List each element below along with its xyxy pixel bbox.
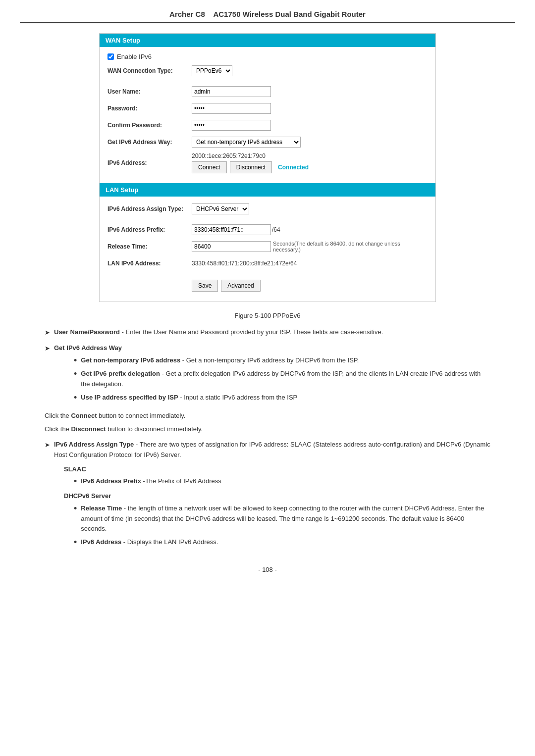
bullet3-content: Use IP address specified by ISP - Input … [81, 393, 297, 403]
dhcp-bullet1-content: Release Time - the length of time a netw… [81, 504, 490, 534]
slaac-bullet-bold: IPv6 Address Prefix [81, 477, 141, 485]
advanced-button[interactable]: Advanced [221, 280, 260, 292]
bullet-dot-2: • [74, 369, 77, 380]
bottom-btn-row: Save Advanced [107, 278, 428, 292]
para-get-ipv6-way: ➤ Get IPv6 Address Way • Get non-tempora… [45, 343, 490, 406]
wan-connection-type-label: WAN Connection Type: [107, 67, 192, 74]
lan-ipv6-address-row: LAN IPv6 Address: 3330:458:ff01:f71:200:… [107, 257, 428, 270]
ipv6-prefix-value: /64 [192, 224, 428, 235]
arrow-icon-3: ➤ [45, 440, 50, 451]
ipv6-assign-type-select[interactable]: DHCPv6 Server [192, 203, 249, 214]
connect-bold: Connect [71, 412, 97, 419]
confirm-password-value [192, 120, 428, 131]
lan-ipv6-address-value: 3330:458:ff01:f71:200:c8ff:fe21:472e/64 [192, 260, 428, 267]
password-value [192, 103, 428, 114]
ipv6-assign-type-row: IPv6 Address Assign Type: DHCPv6 Server [107, 202, 428, 215]
arrow-icon-1: ➤ [45, 328, 50, 338]
dhcp-bullet2-text: - Displays the LAN IPv6 Address. [121, 538, 218, 546]
wan-setup-body: Enable IPv6 WAN Connection Type: PPPoEv6… [100, 47, 435, 183]
user-name-value [192, 86, 428, 97]
disconnect-bold: Disconnect [71, 425, 106, 433]
dhcp-bullet-dot-2: • [74, 537, 77, 548]
wan-setup-header: WAN Setup [100, 34, 435, 47]
disconnect-text1: Click the [45, 425, 71, 433]
wan-connection-type-select[interactable]: PPPoEv6 [192, 65, 232, 76]
release-time-label: Release Time: [107, 243, 192, 250]
connect-button[interactable]: Connect [192, 161, 227, 173]
bullet1-content: Get non-temporary IPv6 address - Get a n… [81, 355, 359, 366]
get-ipv6-address-way-label: Get IPv6 Address Way: [107, 139, 192, 146]
dhcp-bullet-dot-1: • [74, 504, 77, 514]
get-ipv6-address-way-select[interactable]: Get non-temporary IPv6 address [192, 137, 301, 148]
bullet-3: • Use IP address specified by ISP - Inpu… [64, 393, 490, 403]
slaac-header: SLAAC [54, 464, 490, 475]
ipv6-address-label: IPv6 Address: [107, 159, 192, 166]
slaac-bullet-text: -The Prefix of IPv6 Address [141, 477, 221, 485]
lan-setup-body: IPv6 Address Assign Type: DHCPv6 Server … [100, 197, 435, 302]
password-input[interactable] [192, 103, 271, 114]
para2-bold: Get IPv6 Address Way [54, 344, 122, 352]
bullet1-text: - Get a non-temporary IPv6 address by DH… [180, 356, 359, 364]
lan-ipv6-address-text: 3330:458:ff01:f71:200:c8ff:fe21:472e/64 [192, 260, 297, 267]
config-panel: WAN Setup Enable IPv6 WAN Connection Typ… [99, 33, 436, 302]
confirm-password-input[interactable] [192, 120, 271, 131]
para-user-name-content: User Name/Password - Enter the User Name… [54, 327, 490, 338]
arrow-icon-2: ➤ [45, 344, 50, 354]
user-name-label: User Name: [107, 88, 192, 95]
figure-caption: Figure 5-100 PPPoEv6 [20, 312, 515, 319]
bullet3-bold: Use IP address specified by ISP [81, 394, 178, 401]
ipv6-prefix-input[interactable] [192, 224, 271, 235]
release-time-value: Seconds(The default is 86400, do not cha… [192, 241, 428, 252]
para3-bold: IPv6 Address Assign Type [54, 441, 134, 448]
para3-content: IPv6 Address Assign Type - There are two… [54, 440, 490, 551]
page-header: Archer C8 AC1750 Wireless Dual Band Giga… [20, 10, 515, 23]
content-body: ➤ User Name/Password - Enter the User Na… [45, 327, 490, 551]
confirm-password-row: Confirm Password: [107, 119, 428, 132]
para-ipv6-assign-type: ➤ IPv6 Address Assign Type - There are t… [45, 440, 490, 551]
release-time-input[interactable] [192, 241, 271, 252]
lan-setup-header: LAN Setup [100, 183, 435, 197]
get-ipv6-address-way-value: Get non-temporary IPv6 address [192, 137, 428, 148]
model-name: Archer C8 [169, 10, 205, 18]
dhcp-bullet1-text: - the length of time a network user will… [81, 504, 484, 533]
bullet-dot-3: • [74, 393, 77, 403]
bullet-1: • Get non-temporary IPv6 address - Get a… [64, 355, 490, 366]
dhcp-bullet2-content: IPv6 Address - Displays the LAN IPv6 Add… [81, 537, 218, 548]
disconnect-text2: button to disconnect immediately. [106, 425, 203, 433]
connect-para: Click the Connect button to connect imme… [45, 411, 490, 421]
para1-bold: User Name/Password [54, 328, 120, 336]
release-time-row: Release Time: Seconds(The default is 864… [107, 240, 428, 253]
bullet-dot-1: • [74, 355, 77, 366]
wan-connection-type-value: PPPoEv6 [192, 65, 428, 76]
enable-ipv6-checkbox[interactable] [107, 53, 114, 60]
user-name-input[interactable] [192, 86, 271, 97]
password-label: Password: [107, 105, 192, 112]
para-get-ipv6-way-content: Get IPv6 Address Way • Get non-temporary… [54, 343, 490, 406]
ipv6-prefix-label: IPv6 Address Prefix: [107, 226, 192, 233]
save-button[interactable]: Save [192, 280, 218, 292]
bullet2-bold: Get IPv6 prefix delegation [81, 370, 160, 377]
ipv6-address-row: IPv6 Address: 2000::1ece:2605:72e1:79c0 … [107, 152, 428, 173]
para-user-name: ➤ User Name/Password - Enter the User Na… [45, 327, 490, 338]
bullet3-text: - Input a static IPv6 address from the I… [178, 394, 298, 401]
connect-text2: button to connect immediately. [97, 412, 185, 419]
disconnect-button[interactable]: Disconnect [230, 161, 272, 173]
user-name-row: User Name: [107, 85, 428, 98]
sub-list-ipv6-way: • Get non-temporary IPv6 address - Get a… [64, 355, 490, 403]
enable-ipv6-label[interactable]: Enable IPv6 [117, 53, 152, 60]
connect-text1: Click the [45, 412, 71, 419]
dhcp-bullet-2: • IPv6 Address - Displays the LAN IPv6 A… [64, 537, 490, 548]
password-row: Password: [107, 102, 428, 115]
ipv6-address-text: 2000::1ece:2605:72e1:79c0 [192, 152, 428, 159]
confirm-password-label: Confirm Password: [107, 122, 192, 129]
ipv6-prefix-row: IPv6 Address Prefix: /64 [107, 223, 428, 236]
lan-ipv6-address-label: LAN IPv6 Address: [107, 260, 192, 267]
para1-text: - Enter the User Name and Password provi… [120, 328, 383, 336]
connection-status: Connected [278, 164, 309, 171]
get-ipv6-address-way-row: Get IPv6 Address Way: Get non-temporary … [107, 136, 428, 149]
enable-ipv6-row: Enable IPv6 [107, 53, 428, 60]
slaac-list: • IPv6 Address Prefix -The Prefix of IPv… [64, 476, 490, 487]
page-number: - 108 - [20, 566, 515, 573]
connect-btn-row: Connect Disconnect Connected [192, 161, 428, 173]
dhcp-bullet-1: • Release Time - the length of time a ne… [64, 504, 490, 534]
